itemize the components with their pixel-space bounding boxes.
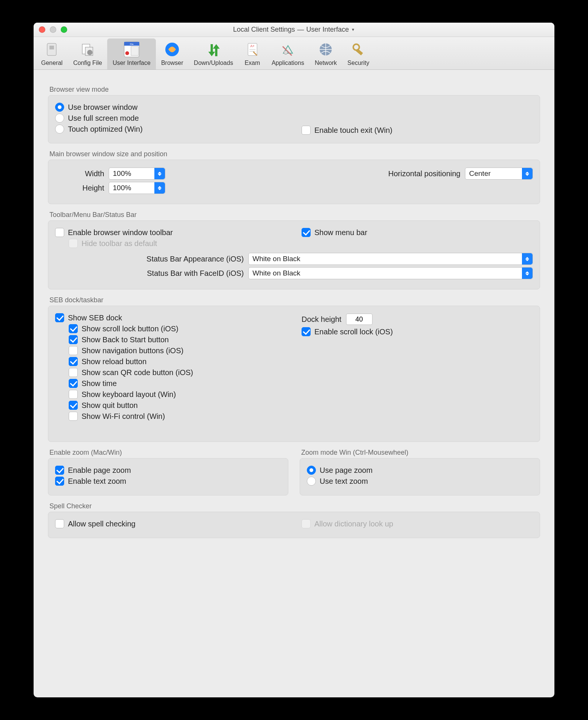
combo-value: 100% <box>109 184 154 192</box>
status-ios-combo[interactable]: White on Black <box>248 253 533 265</box>
checkbox-label: Show quit button <box>82 401 138 410</box>
close-icon[interactable] <box>39 26 45 33</box>
checkbox-label: Enable scroll lock (iOS) <box>314 328 393 336</box>
tab-user-interface[interactable]: File User Interface <box>107 38 155 69</box>
tab-exam[interactable]: A+ Exam <box>239 38 266 69</box>
checkbox-dock-item[interactable] <box>69 390 78 399</box>
hpos-combo[interactable]: Center <box>465 168 533 180</box>
checkbox-dock-item[interactable] <box>69 368 78 377</box>
checkbox-label: Show reload button <box>82 357 146 366</box>
svg-text:File: File <box>130 43 134 45</box>
exam-icon: A+ <box>244 41 261 58</box>
checkbox-dock-item[interactable] <box>69 346 78 355</box>
checkbox-label: Enable touch exit (Win) <box>314 126 393 135</box>
toolbar: General Config File File User Interface … <box>34 37 554 70</box>
panel-zoom: Enable page zoom Enable text zoom <box>48 458 288 495</box>
checkbox-dock-item[interactable] <box>69 379 78 388</box>
checkbox-hide-toolbar <box>69 239 78 248</box>
tab-config-file[interactable]: Config File <box>68 38 107 69</box>
minimize-icon <box>50 26 56 33</box>
checkbox-allow-spell[interactable] <box>55 519 64 528</box>
checkbox-dock-item[interactable] <box>69 357 78 366</box>
section-title-viewmode: Browser view mode <box>49 86 540 94</box>
panel-bars: Enable browser window toolbar Hide toolb… <box>48 220 540 289</box>
chevron-updown-icon <box>154 168 165 179</box>
checkbox-dock-item[interactable] <box>69 401 78 410</box>
radio-browser-window[interactable] <box>55 103 64 112</box>
checkbox-label: Show menu bar <box>314 228 367 237</box>
checkbox-label: Show navigation buttons (iOS) <box>82 346 183 355</box>
panel-zoommode: Use page zoom Use text zoom <box>300 458 540 495</box>
radio-use-text-zoom[interactable] <box>307 477 316 486</box>
checkbox-show-menu[interactable] <box>302 228 311 237</box>
window-title[interactable]: Local Client Settings — User Interface ▼ <box>34 26 554 34</box>
radio-full-screen[interactable] <box>55 114 64 123</box>
radio-touch-optimized[interactable] <box>55 125 64 134</box>
tab-security[interactable]: Security <box>342 38 375 69</box>
user-interface-icon: File <box>123 41 140 58</box>
checkbox-label: Enable page zoom <box>68 466 131 475</box>
height-label: Height <box>55 184 104 192</box>
checkbox-label: Enable text zoom <box>68 477 126 486</box>
section-title-spell: Spell Checker <box>49 502 540 510</box>
chevron-updown-icon <box>522 168 533 179</box>
checkbox-enable-toolbar[interactable] <box>55 228 64 237</box>
section-title-size: Main browser window size and position <box>49 150 540 158</box>
checkbox-enable-text-zoom[interactable] <box>55 477 64 486</box>
tab-browser[interactable]: Browser <box>156 38 189 69</box>
checkbox-enable-page-zoom[interactable] <box>55 466 64 475</box>
radio-use-page-zoom[interactable] <box>307 466 316 475</box>
tab-general[interactable]: General <box>36 38 68 69</box>
status-ios-label: Status Bar Appearance (iOS) <box>55 255 244 263</box>
status-faceid-combo[interactable]: White on Black <box>248 267 533 279</box>
radio-label: Use text zoom <box>320 477 368 486</box>
tab-network[interactable]: Network <box>309 38 342 69</box>
checkbox-dock-item[interactable] <box>69 412 78 421</box>
network-icon <box>317 41 334 58</box>
title-right: User Interface <box>306 26 349 34</box>
tab-label: Exam <box>245 60 260 66</box>
chevron-updown-icon <box>522 253 533 265</box>
panel-spell: Allow spell checking Allow dictionary lo… <box>48 512 540 538</box>
svg-text:A+: A+ <box>250 44 254 48</box>
checkbox-label: Show SEB dock <box>68 314 122 322</box>
title-sep: — <box>297 26 304 34</box>
combo-value: White on Black <box>249 255 522 263</box>
switch-icon <box>43 41 60 58</box>
title-left: Local Client Settings <box>233 26 295 34</box>
height-combo[interactable]: 100% <box>109 182 165 194</box>
tab-label: Config File <box>73 60 102 66</box>
checkbox-label: Show scan QR code button (iOS) <box>82 368 193 377</box>
radio-label: Touch optimized (Win) <box>68 125 143 134</box>
section-title-zoom: Enable zoom (Mac/Win) <box>49 449 288 457</box>
maximize-icon[interactable] <box>61 26 67 33</box>
tab-label: General <box>41 60 63 66</box>
svg-rect-9 <box>131 46 139 55</box>
status-faceid-label: Status Bar with FaceID (iOS) <box>55 269 244 278</box>
chevron-updown-icon <box>154 182 165 194</box>
width-combo[interactable]: 100% <box>109 168 165 180</box>
checkbox-dock-item[interactable] <box>69 324 78 333</box>
combo-value: White on Black <box>249 269 522 277</box>
checkbox-label: Show Wi-Fi control (Win) <box>82 412 165 421</box>
checkbox-label: Show scroll lock button (iOS) <box>82 325 179 333</box>
section-title-bars: Toolbar/Menu Bar/Status Bar <box>49 211 540 219</box>
radio-label: Use full screen mode <box>68 114 139 123</box>
checkbox-enable-touch-exit[interactable] <box>302 126 311 135</box>
checkbox-enable-scroll-lock[interactable] <box>302 327 311 336</box>
security-icon <box>350 41 367 58</box>
checkbox-show-seb-dock[interactable] <box>55 313 64 322</box>
chevron-updown-icon <box>522 268 533 279</box>
tab-down-uploads[interactable]: Down/Uploads <box>189 38 239 69</box>
checkbox-dock-item[interactable] <box>69 335 78 344</box>
tab-label: Down/Uploads <box>194 60 233 66</box>
config-file-icon <box>79 41 96 58</box>
svg-rect-1 <box>49 46 54 49</box>
checkbox-label: Allow dictionary look up <box>314 520 393 528</box>
svg-point-8 <box>125 51 129 55</box>
checkbox-label: Show Back to Start button <box>82 335 169 344</box>
panel-size: Width 100% Height 100% <box>48 160 540 204</box>
tab-applications[interactable]: Applications <box>266 38 309 69</box>
tab-label: Network <box>315 60 337 66</box>
dock-height-input[interactable] <box>346 314 373 325</box>
